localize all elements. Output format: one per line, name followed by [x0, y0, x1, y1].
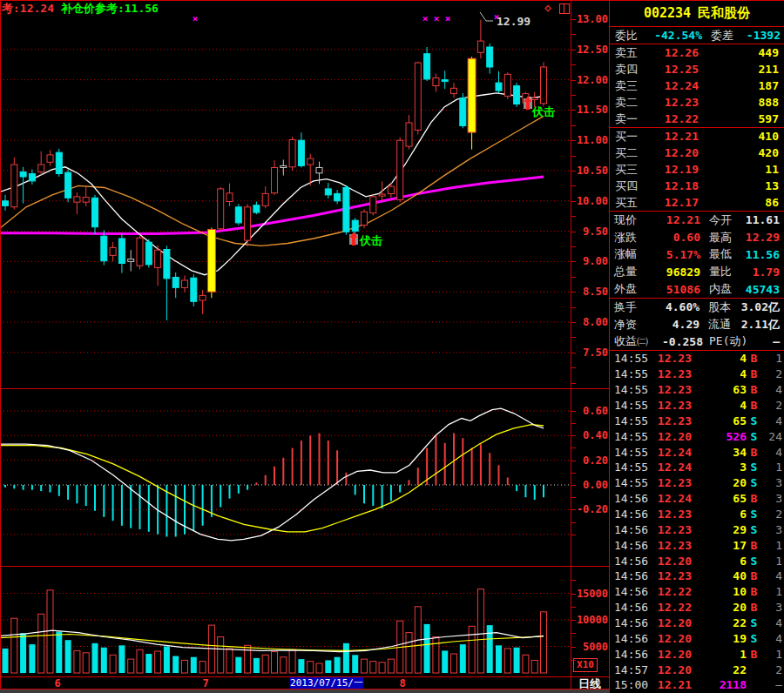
cell: 86	[699, 196, 784, 209]
cell: 888	[699, 96, 784, 109]
axis-tick	[571, 473, 576, 474]
ask-row[interactable]: 卖四12.25211	[610, 61, 784, 77]
ask-row[interactable]: 卖五12.26449	[610, 44, 784, 61]
info-row: 换手4.60%股本3.02亿	[610, 299, 784, 316]
cell: 今开	[700, 212, 742, 228]
axis-left-border	[571, 0, 571, 690]
cell: 3	[692, 461, 747, 474]
weicha-value: -1392	[740, 29, 784, 42]
bid-row[interactable]: 买一12.21410	[610, 128, 784, 145]
divider	[610, 26, 784, 27]
macd-axis-label: -0.20	[577, 503, 608, 515]
volume-chart[interactable]	[0, 566, 571, 676]
axis-tick	[571, 140, 576, 141]
divider	[610, 127, 784, 128]
cell: 1	[761, 555, 784, 568]
volume-axis-label: 15000	[577, 588, 608, 600]
cell: 涨幅	[610, 246, 662, 262]
cell: 12.25	[650, 63, 699, 76]
cell: 12.20	[648, 648, 692, 661]
svg-text:×: ×	[422, 13, 429, 24]
tick-row: 14:5512.20526S24	[610, 428, 784, 444]
month-axis-label: 7	[202, 677, 208, 690]
cell: —	[761, 678, 784, 691]
bid-row[interactable]: 买四12.1813	[610, 178, 784, 194]
macd-chart[interactable]	[0, 389, 571, 566]
cell: 2	[761, 663, 784, 676]
cell: 12.22	[648, 585, 692, 598]
tick-row: 14:5512.2320S3	[610, 475, 784, 491]
stock-code: 002234	[644, 5, 691, 21]
tick-trade-list[interactable]: 14:5512.234B114:5512.234B214:5512.2363B4…	[610, 351, 784, 693]
axis-tick	[571, 246, 576, 247]
axis-tick	[571, 522, 576, 523]
diamond-icon[interactable]: ◇	[544, 2, 551, 13]
cell: 14:55	[610, 399, 648, 412]
axis-tick	[571, 80, 576, 81]
info-row: 现价12.21今开11.61	[610, 212, 784, 229]
tick-row: 14:5512.243S1	[610, 460, 784, 475]
axis-tick	[571, 337, 576, 338]
candlestick-chart[interactable]: ×××××	[0, 0, 571, 388]
price-axis: X10 日线 13.0012.5012.0011.5011.0010.5010.…	[571, 0, 610, 690]
cell: 最低	[700, 246, 742, 262]
divider	[610, 211, 784, 212]
cell: 14:56	[610, 632, 648, 645]
weibi-value: -42.54%	[646, 29, 702, 42]
bid-row[interactable]: 买三12.1911	[610, 161, 784, 178]
axis-tick	[571, 232, 576, 232]
axis-tick	[571, 607, 576, 608]
cell: 12.23	[648, 383, 692, 396]
bid-row[interactable]: 买五12.1786	[610, 194, 784, 211]
chart-area[interactable]: ××××× 考:12.24 补仓价参考:11.56 ◇ 12.99 伏击伏击	[0, 0, 571, 690]
cell: 12.17	[650, 196, 699, 209]
ask-row[interactable]: 卖一12.22597	[610, 111, 784, 127]
info-row: 外盘51086内盘45743	[610, 280, 784, 298]
tick-row: 14:5612.2220B3	[610, 600, 784, 616]
axis-tick	[571, 307, 576, 308]
cell: 65	[692, 492, 747, 505]
split-window-icon[interactable]	[559, 3, 570, 14]
cell: 96829	[662, 266, 700, 279]
cell: 11.56	[742, 248, 784, 261]
cell: 14:55	[610, 430, 648, 443]
cell: 2.11亿	[741, 317, 784, 333]
cell: -0.258	[662, 335, 700, 348]
add-price-reference: 补仓价参考:11.56	[61, 1, 159, 17]
cell: 10	[692, 585, 747, 598]
ask-row[interactable]: 卖二12.23888	[610, 94, 784, 111]
cell: 45743	[742, 283, 784, 296]
cell: 1	[761, 539, 784, 552]
cell: 17	[692, 539, 747, 552]
cell: 外盘	[610, 281, 662, 297]
divider	[610, 350, 784, 351]
volume-axis-label: 10000	[577, 614, 608, 626]
bid-levels: 买一12.21410买二12.20420买三12.1911买四12.1813买五…	[610, 128, 784, 211]
cell: 现价	[610, 212, 662, 228]
cell: 买三	[610, 162, 650, 178]
reduce-price-reference: 考:12.24	[2, 1, 54, 17]
tick-row: 14:5612.201B1	[610, 646, 784, 662]
cell: 12.23	[648, 476, 692, 489]
cell: 卖三	[610, 78, 650, 94]
cell: 4	[692, 399, 747, 412]
cell: 量比	[700, 264, 742, 279]
stock-title: 002234 民和股份	[610, 0, 784, 26]
tick-row: 14:5612.2019S4	[610, 630, 784, 646]
cell: 11.61	[742, 213, 784, 226]
axis-tick	[571, 292, 576, 293]
price-axis-label: 10.50	[577, 165, 608, 177]
cell: 63	[692, 383, 747, 396]
cell: 4	[761, 383, 784, 396]
cell: 12.20	[648, 663, 692, 676]
weibi-label: 委比	[610, 28, 646, 44]
cell: 买四	[610, 178, 650, 194]
cell: B	[747, 352, 761, 365]
tick-row: 14:5612.2329S3	[610, 521, 784, 537]
info-row: 涨跌0.60最高12.29	[610, 229, 784, 246]
info-row: 总量96829量比1.79	[610, 263, 784, 280]
ask-row[interactable]: 卖三12.24187	[610, 77, 784, 94]
bid-row[interactable]: 买二12.20420	[610, 145, 784, 161]
cell: 12.20	[648, 555, 692, 568]
axis-tick	[571, 660, 576, 661]
